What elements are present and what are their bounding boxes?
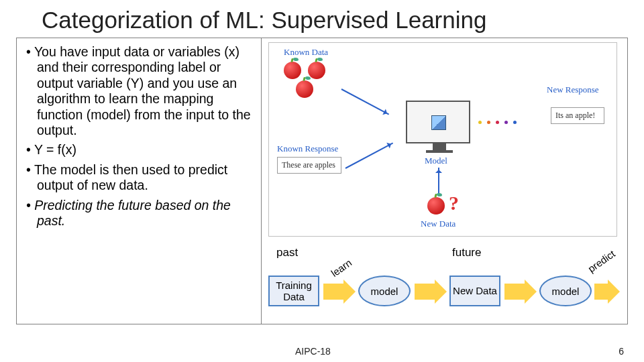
label-learn: learn [329, 257, 354, 279]
bullet-2: Y = f(x) [26, 140, 256, 160]
oval-model-1: model [358, 276, 411, 306]
cube-icon [431, 115, 446, 130]
known-data-apples [280, 59, 344, 102]
bullet-3: The model is then used to predict output… [26, 160, 256, 196]
new-response-box: Its an apple! [551, 107, 604, 124]
page-title: Categorization of ML: Supervised Learnin… [0, 0, 644, 38]
question-icon: ? [449, 192, 459, 215]
box-training-data: Training Data [268, 276, 319, 306]
arrow-icon [345, 143, 394, 169]
oval-model-2: model [539, 276, 592, 306]
arrow-icon [594, 284, 608, 300]
arrow-icon [438, 168, 439, 194]
arrow-icon [341, 88, 390, 115]
label-new-data: New Data [421, 219, 455, 229]
label-predict: predict [586, 248, 617, 275]
bullet-1: You have input data or variables (x) and… [26, 42, 256, 140]
dots-icon [478, 121, 517, 124]
arrow-icon [415, 284, 435, 300]
box-label: New Data [453, 285, 497, 296]
label-model: Model [425, 156, 447, 166]
computer-icon [406, 101, 470, 143]
box-new-data: New Data [449, 276, 500, 306]
apple-icon [427, 197, 445, 215]
arrow-icon [504, 284, 525, 300]
footer-code: AIPC-18 [295, 346, 331, 357]
flow-diagram: past future Training Data learn model Ne… [262, 246, 627, 333]
diagram-column: Known Data Known Response These are appl… [262, 38, 627, 324]
box-label: Training Data [270, 280, 318, 303]
known-response-box: These are apples [277, 157, 341, 174]
apple-icon [296, 80, 313, 98]
apple-icon [284, 62, 301, 79]
footer-page: 6 [619, 346, 624, 357]
oval-label: model [552, 286, 580, 297]
label-known-response: Known Response [277, 143, 338, 154]
content-frame: You have input data or variables (x) and… [16, 38, 628, 324]
label-future: future [452, 246, 481, 259]
apple-icon [308, 62, 325, 79]
concept-diagram: Known Data Known Response These are appl… [268, 42, 617, 237]
label-new-response: New Response [547, 84, 599, 95]
label-past: past [276, 246, 298, 259]
bullet-4: Predicting the future based on the past. [26, 196, 256, 231]
arrow-icon [323, 284, 343, 300]
oval-label: model [371, 286, 398, 297]
bullet-column: You have input data or variables (x) and… [17, 38, 262, 324]
label-known-data: Known Data [284, 47, 328, 58]
